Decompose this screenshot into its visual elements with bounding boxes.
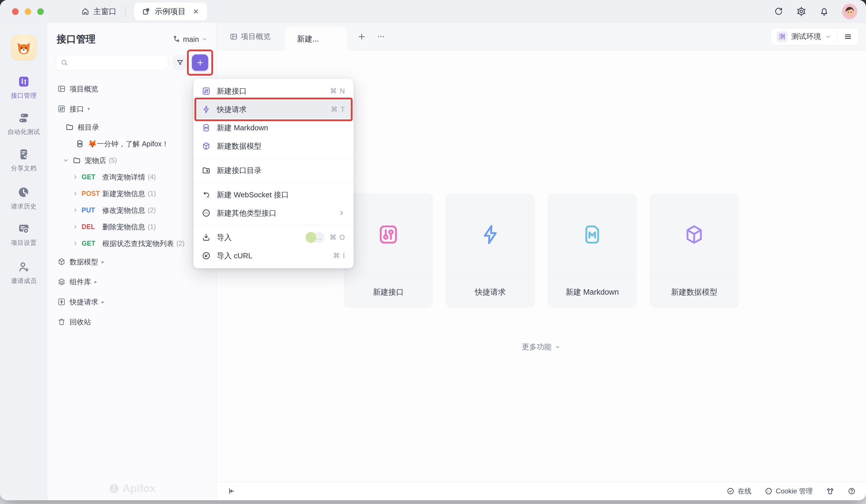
- hamburger-menu-button[interactable]: [838, 32, 858, 41]
- tree-request-del[interactable]: DEL删除宠物信息(1): [47, 219, 216, 235]
- menu-item-label: 快捷请求: [217, 104, 247, 114]
- tree-item-data-models[interactable]: 数据模型▸: [47, 252, 216, 272]
- zoom-window-button[interactable]: [37, 8, 44, 15]
- http-method-badge: POST: [82, 190, 102, 198]
- online-status[interactable]: 在线: [726, 486, 752, 496]
- avatar-face-icon: [842, 4, 857, 19]
- help-icon[interactable]: [848, 487, 856, 495]
- gear-icon[interactable]: [796, 6, 807, 16]
- card-new-data-model[interactable]: 新建数据模型: [650, 193, 739, 308]
- search-input[interactable]: [71, 59, 164, 67]
- add-button[interactable]: [192, 54, 208, 71]
- menu-item-import[interactable]: 导入…⌘ O: [193, 228, 353, 247]
- folder-icon: [65, 123, 74, 132]
- merch-icon[interactable]: [826, 487, 834, 495]
- menu-item-quick-request[interactable]: 快捷请求⌘ T: [193, 100, 353, 119]
- project-window-tab[interactable]: 示例项目: [134, 3, 207, 20]
- close-window-button[interactable]: [12, 8, 19, 15]
- servers-fill-icon: [17, 111, 30, 125]
- menu-item-new-data-model[interactable]: 新建数据模型: [193, 137, 353, 155]
- home-tab-label: 主窗口: [93, 6, 116, 16]
- cookie-manager-button[interactable]: Cookie 管理: [765, 486, 813, 496]
- tree-item-label: 根据状态查找宠物列表: [102, 239, 174, 248]
- sidebar-item-project-settings[interactable]: 项目设置: [8, 222, 40, 247]
- bolt-icon: [479, 223, 502, 246]
- sidebar-item-api-management[interactable]: 接口管理: [8, 75, 40, 100]
- tree-item-label: 修改宠物信息: [102, 205, 145, 215]
- tab-more-button[interactable]: [376, 32, 386, 42]
- caret-right-icon: ▸: [95, 279, 97, 285]
- folder-icon: [73, 156, 81, 165]
- item-count: (1): [148, 190, 156, 198]
- menu-item-new-markdown[interactable]: 新建 Markdown: [193, 119, 353, 137]
- tree-item-label: 回收站: [69, 317, 91, 327]
- tree-item-apis[interactable]: 接口▾: [47, 99, 216, 119]
- more-features-button[interactable]: 更多功能: [522, 342, 561, 352]
- menu-shortcut: ⌘ T: [331, 105, 345, 113]
- bell-icon[interactable]: [819, 6, 829, 16]
- import-source-badges: …: [305, 231, 325, 243]
- plus-icon: [196, 58, 204, 67]
- tree-item-recycle-bin[interactable]: 回收站: [47, 312, 216, 332]
- environment-selector[interactable]: 测 测试环境: [771, 31, 837, 42]
- chevron-down-icon: [63, 157, 69, 164]
- menu-item-new-websocket[interactable]: 新建 WebSocket 接口: [193, 186, 353, 204]
- tree-request-put[interactable]: PUT修改宠物信息(2): [47, 202, 216, 219]
- card-new-api[interactable]: 新建接口: [344, 193, 433, 308]
- plus-icon: [357, 32, 366, 41]
- tree-item-project-overview[interactable]: 项目概览: [47, 79, 216, 99]
- tab-new[interactable]: 新建...: [285, 27, 347, 51]
- tree-item-label: 快捷请求: [69, 297, 98, 307]
- chev-right-icon: [338, 209, 345, 217]
- minimize-window-button[interactable]: [25, 8, 31, 15]
- new-tab-button[interactable]: [357, 32, 366, 41]
- tree-folder-root-folder[interactable]: 根目录: [47, 119, 216, 135]
- tree-folder-pet-store[interactable]: 宠物店(5): [47, 152, 216, 169]
- m-doc-icon: [76, 139, 84, 148]
- project-logo[interactable]: [11, 35, 36, 60]
- menu-item-new-api-folder[interactable]: 新建接口目录: [193, 161, 353, 180]
- check-circle-icon: [726, 487, 735, 495]
- home-icon: [81, 7, 90, 16]
- sync-icon[interactable]: [774, 7, 784, 16]
- tree-item-quick-requests[interactable]: 快捷请求▸: [47, 292, 216, 312]
- menu-shortcut: ⌘ O: [330, 233, 345, 242]
- cube-icon: [683, 223, 706, 246]
- tree-item-components[interactable]: 组件库▸: [47, 272, 216, 292]
- tree-request-post[interactable]: POST新建宠物信息(1): [47, 185, 216, 202]
- cube-icon: [202, 142, 211, 150]
- tree-request-get[interactable]: GET根据状态查找宠物列表(2): [47, 235, 216, 252]
- home-window-tab[interactable]: 主窗口: [81, 6, 116, 16]
- close-tab-icon[interactable]: [192, 8, 200, 15]
- menu-divider: [193, 225, 353, 225]
- api-icon: [202, 87, 211, 96]
- card-label: 新建 Markdown: [547, 276, 637, 308]
- cookie-icon: [765, 487, 773, 495]
- sidebar-item-invite-members[interactable]: 邀请成员: [8, 260, 40, 285]
- tab-project-overview[interactable]: 项目概览: [223, 32, 278, 42]
- sidebar-item-request-history[interactable]: 请求历史: [8, 186, 40, 211]
- api-fill-icon: [17, 75, 30, 88]
- panel-title: 接口管理: [57, 33, 96, 46]
- card-quick-request[interactable]: 快捷请求: [446, 193, 535, 308]
- menu-item-import-curl[interactable]: 导入 cURL⌘ I: [193, 247, 353, 265]
- overview-icon: [230, 33, 238, 41]
- menu-item-new-api[interactable]: 新建接口⌘ N: [193, 82, 353, 100]
- chevron-right-icon: [338, 209, 345, 217]
- menu-item-label: 导入 cURL: [217, 251, 252, 261]
- sidebar-item-automated-tests[interactable]: 自动化测试: [8, 111, 40, 136]
- avatar[interactable]: [842, 4, 857, 19]
- filter-button[interactable]: [173, 56, 187, 70]
- tree-request-get[interactable]: GET查询宠物详情(4): [47, 169, 216, 185]
- collapse-sidebar-button[interactable]: [227, 487, 235, 495]
- card-new-markdown[interactable]: 新建 Markdown: [547, 193, 637, 308]
- sidebar-item-share-docs[interactable]: 分享文档: [8, 148, 40, 173]
- tree-doc-intro-doc[interactable]: 🦊一分钟，了解 Apifox！: [47, 135, 216, 152]
- titlebar-divider: [125, 6, 126, 17]
- external-link-icon: [142, 7, 151, 16]
- sidebar-item-label: 接口管理: [11, 91, 37, 100]
- branch-selector[interactable]: main: [173, 35, 208, 44]
- environment-label: 测试环境: [791, 32, 821, 42]
- menu-item-new-other-type[interactable]: 新建其他类型接口: [193, 204, 353, 222]
- menu-item-label: 新建接口: [217, 86, 247, 96]
